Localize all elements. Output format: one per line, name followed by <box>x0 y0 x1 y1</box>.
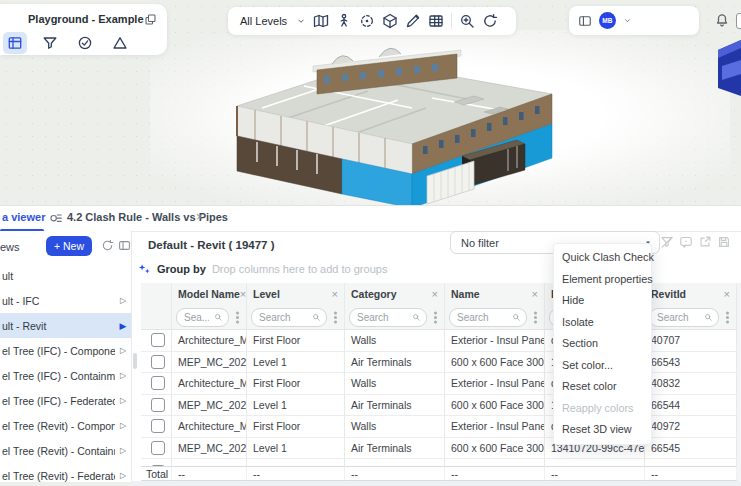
remove-column-icon[interactable]: × <box>240 288 246 300</box>
row-checkbox[interactable] <box>151 333 165 347</box>
table-row-partial[interactable] <box>141 459 737 466</box>
refresh-icon[interactable] <box>101 239 114 252</box>
column-header: RevitId× <box>645 283 737 305</box>
comment-icon[interactable] <box>679 235 693 249</box>
export-icon[interactable] <box>698 235 712 249</box>
group-by-bar[interactable]: Group by Drop columns here to add to gro… <box>138 258 387 280</box>
viewer-tools <box>3 31 132 54</box>
remove-column-icon[interactable]: × <box>432 288 438 300</box>
search-icon <box>412 313 421 322</box>
copy-icon[interactable] <box>144 13 157 26</box>
column-header: Level× <box>247 283 345 305</box>
tab-data-viewer[interactable]: a viewer <box>2 211 45 223</box>
navigation-cube[interactable] <box>712 40 741 106</box>
view-item[interactable]: el Tree (IFC) - Federated Floor ▷ <box>0 388 131 413</box>
caret-right-icon[interactable]: ▷ <box>115 421 131 430</box>
section-box-icon[interactable] <box>382 13 398 29</box>
column-menu-icon[interactable] <box>334 316 337 319</box>
row-checkbox[interactable] <box>151 376 165 390</box>
caret-right-filled-icon[interactable]: ▶ <box>115 321 131 331</box>
search-input[interactable] <box>257 311 309 324</box>
user-panel: MB <box>569 6 699 35</box>
clash-triangle-icon[interactable] <box>108 32 132 54</box>
level-selector[interactable]: All Levels <box>240 15 287 27</box>
remove-column-icon[interactable]: × <box>532 288 538 300</box>
group-by-label: Group by <box>157 263 206 275</box>
table-scrollbar-track[interactable] <box>737 283 741 481</box>
menu-item-set-color[interactable]: Set color... <box>554 355 651 377</box>
view-toolbar: All Levels <box>228 7 516 35</box>
filter-icon[interactable] <box>38 32 62 54</box>
column-header: Category× <box>345 283 445 305</box>
caret-right-icon[interactable]: ▷ <box>115 371 131 380</box>
caret-right-icon[interactable]: ▷ <box>115 346 131 355</box>
check-circle-icon[interactable] <box>73 32 97 54</box>
layout-panel-icon[interactable] <box>578 14 592 28</box>
column-menu-icon[interactable] <box>236 316 239 319</box>
menu-item-section[interactable]: Section <box>554 333 651 355</box>
menu-item-hide[interactable]: Hide <box>554 290 651 312</box>
model-browser-icon[interactable] <box>3 32 27 54</box>
table-total-row: Total -- -- -- -- -- -- <box>141 466 737 481</box>
tab-clash-rule[interactable]: 4.2 Clash Rule - Walls vs Pipes <box>67 211 228 223</box>
grid-actions <box>660 235 731 249</box>
caret-right-icon[interactable]: ▷ <box>115 396 131 405</box>
menu-item-reset-3d-view[interactable]: Reset 3D view <box>554 419 651 441</box>
search-input[interactable] <box>182 311 211 324</box>
3d-building-model[interactable] <box>222 36 562 208</box>
search-input[interactable] <box>655 311 701 324</box>
notifications-bell-icon[interactable] <box>714 12 730 28</box>
chevron-down-icon[interactable] <box>296 16 306 26</box>
search-input[interactable] <box>355 311 409 324</box>
menu-item-isolate[interactable]: Isolate <box>554 312 651 334</box>
focus-target-icon[interactable] <box>359 13 375 29</box>
reset-view-icon[interactable] <box>482 13 498 29</box>
column-search <box>349 308 427 327</box>
scrollbar-thumb[interactable] <box>133 353 137 369</box>
menu-item-element-properties[interactable]: Element properties <box>554 269 651 291</box>
view-item[interactable]: ult <box>0 263 131 288</box>
column-menu-icon[interactable] <box>726 316 729 319</box>
save-icon[interactable] <box>717 235 731 249</box>
menu-item-reapply-colors: Reapply colors <box>554 398 651 420</box>
search-icon <box>704 313 713 322</box>
search-input[interactable] <box>455 311 509 324</box>
remove-column-icon[interactable]: × <box>332 288 338 300</box>
view-item[interactable]: el Tree (IFC) - Containment ▷ <box>0 363 131 388</box>
first-person-icon[interactable] <box>336 13 352 29</box>
column-menu-icon[interactable] <box>434 316 437 319</box>
map-icon[interactable] <box>313 13 329 29</box>
app: { "window": { "title": "Playground - Exa… <box>0 0 741 486</box>
panel-toggle-icon[interactable] <box>118 239 131 252</box>
new-view-button[interactable]: + New <box>46 236 92 256</box>
column-header: Name× <box>445 283 545 305</box>
view-item[interactable]: ult - IFC ▷ <box>0 288 131 313</box>
close-tab-icon[interactable]: × <box>196 210 203 224</box>
measure-icon[interactable] <box>405 13 421 29</box>
column-menu-icon[interactable] <box>534 316 537 319</box>
filter-clear-icon[interactable] <box>660 235 674 249</box>
caret-right-icon[interactable]: ▷ <box>115 471 131 480</box>
avatar[interactable]: MB <box>599 12 616 29</box>
caret-right-icon[interactable]: ▷ <box>115 296 131 305</box>
menu-item-reset-color[interactable]: Reset color <box>554 376 651 398</box>
row-checkbox[interactable] <box>151 441 165 455</box>
grid-table-icon[interactable] <box>428 13 444 29</box>
view-item[interactable]: el Tree (Revit) - Containment ▷ <box>0 438 131 463</box>
menu-item-quick-clash-check[interactable]: Quick Clash Check <box>554 247 651 269</box>
row-checkbox[interactable] <box>151 419 165 433</box>
remove-column-icon[interactable]: × <box>724 288 730 300</box>
view-item[interactable]: el Tree (IFC) - Components ▷ <box>0 338 131 363</box>
row-checkbox[interactable] <box>151 398 165 412</box>
caret-right-icon[interactable]: ▷ <box>115 446 131 455</box>
search-icon <box>312 313 321 322</box>
horizontal-scroll-strip[interactable] <box>131 481 741 486</box>
view-item[interactable]: el Tree (Revit) - Components ▷ <box>0 413 131 438</box>
zoom-in-icon[interactable] <box>459 13 475 29</box>
chevron-down-icon[interactable] <box>623 16 632 25</box>
row-checkbox[interactable] <box>151 355 165 369</box>
cropped-edge-icon[interactable] <box>736 13 741 29</box>
view-item-selected[interactable]: ult - Revit ▶ <box>0 313 131 338</box>
sparkle-icon <box>138 263 151 276</box>
view-item[interactable]: el Tree (Revit) - Federated Flo... ▷ <box>0 463 131 482</box>
